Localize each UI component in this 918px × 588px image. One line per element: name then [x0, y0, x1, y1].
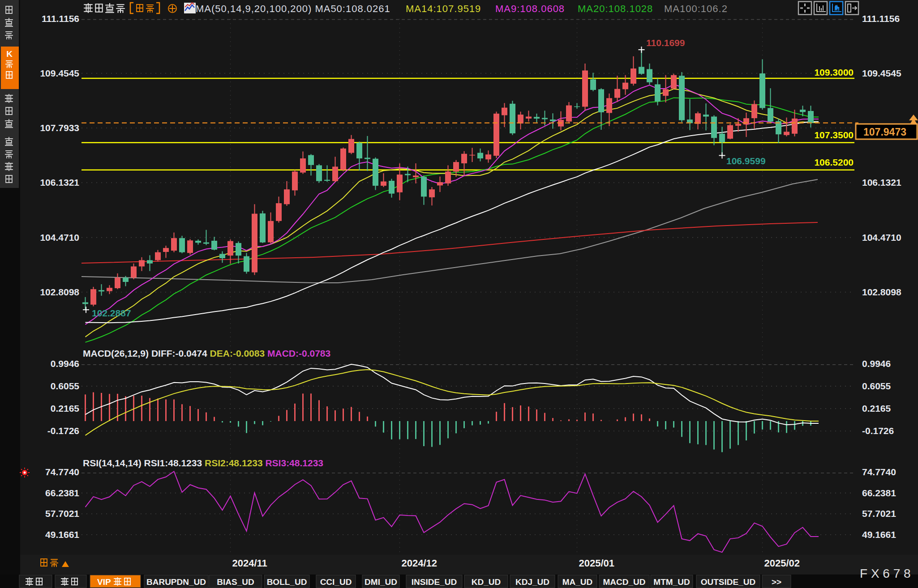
- svg-text:BIAS_UD: BIAS_UD: [217, 577, 254, 587]
- svg-text:2025/01: 2025/01: [579, 558, 615, 569]
- svg-text:106.1321: 106.1321: [40, 177, 79, 187]
- svg-text:66.2381: 66.2381: [45, 488, 79, 498]
- svg-text:F X 6 7 8: F X 6 7 8: [860, 567, 911, 580]
- svg-text:>>: >>: [772, 577, 781, 587]
- svg-text:RSI(14,14,14) RSI1:48.1233 RS: RSI(14,14,14) RSI1:48.1233 RSI2:48.1233 …: [83, 458, 323, 468]
- svg-text:MACD_UD: MACD_UD: [603, 577, 646, 587]
- svg-text:BARUPDN_UD: BARUPDN_UD: [146, 577, 206, 587]
- svg-text:VIP: VIP: [97, 577, 111, 587]
- svg-text:MTM_UD: MTM_UD: [653, 577, 690, 587]
- svg-text:106.9599: 106.9599: [726, 156, 766, 166]
- svg-text:102.8098: 102.8098: [862, 287, 901, 297]
- svg-text:-0.1726: -0.1726: [47, 426, 79, 436]
- svg-text:109.3000: 109.3000: [814, 67, 854, 77]
- svg-text:-0.1726: -0.1726: [862, 426, 894, 436]
- svg-text:MACD(26,12,9) DIFF:-0.0474 DE: MACD(26,12,9) DIFF:-0.0474 DEA:-0.0083 M…: [83, 348, 330, 358]
- svg-text:INSIDE_UD: INSIDE_UD: [412, 577, 457, 587]
- svg-text:74.7740: 74.7740: [45, 467, 79, 477]
- svg-text:111.1156: 111.1156: [42, 13, 79, 24]
- svg-text:MA_UD: MA_UD: [562, 577, 593, 587]
- svg-text:106.5200: 106.5200: [814, 157, 854, 167]
- svg-text:109.4545: 109.4545: [862, 68, 901, 78]
- svg-text:107.7933: 107.7933: [40, 123, 79, 133]
- svg-text:0.2165: 0.2165: [862, 403, 891, 413]
- svg-text:109.4545: 109.4545: [40, 68, 79, 78]
- svg-text:57.7021: 57.7021: [862, 508, 896, 519]
- svg-text:102.8098: 102.8098: [40, 287, 79, 297]
- svg-text:2025/02: 2025/02: [764, 558, 800, 569]
- svg-text:57.7021: 57.7021: [45, 508, 79, 519]
- svg-text:0.6055: 0.6055: [862, 381, 891, 391]
- svg-text:KDJ_UD: KDJ_UD: [515, 577, 549, 587]
- svg-text:KD_UD: KD_UD: [472, 577, 501, 587]
- svg-text:MA100:106.2: MA100:106.2: [664, 3, 728, 14]
- svg-text:49.1661: 49.1661: [862, 529, 896, 540]
- svg-text:MA14:107.9519: MA14:107.9519: [406, 3, 481, 14]
- svg-text:104.4710: 104.4710: [40, 232, 79, 243]
- svg-text:111.1156: 111.1156: [862, 13, 900, 24]
- svg-text:102.2887: 102.2887: [92, 308, 131, 318]
- svg-text:BOLL_UD: BOLL_UD: [267, 577, 307, 587]
- svg-text:2024/12: 2024/12: [402, 558, 438, 569]
- svg-text:104.4710: 104.4710: [862, 232, 901, 243]
- svg-text:107.9473: 107.9473: [863, 126, 906, 138]
- svg-text:66.2381: 66.2381: [862, 488, 896, 498]
- svg-text:DMI_UD: DMI_UD: [365, 577, 397, 587]
- svg-text:CCI_UD: CCI_UD: [320, 577, 352, 587]
- svg-text:49.1661: 49.1661: [45, 529, 79, 540]
- svg-text:74.7740: 74.7740: [862, 467, 896, 477]
- svg-text:2024/11: 2024/11: [232, 558, 267, 569]
- svg-text:MA20:108.1028: MA20:108.1028: [578, 3, 653, 14]
- svg-text:0.9946: 0.9946: [51, 358, 79, 369]
- svg-text:MA(50,14,9,20,100,200) MA50:10: MA(50,14,9,20,100,200) MA50:108.0261: [196, 3, 390, 14]
- svg-text:K: K: [6, 49, 13, 59]
- svg-text:0.2165: 0.2165: [51, 403, 80, 413]
- svg-text:107.3500: 107.3500: [814, 130, 854, 140]
- svg-text:0.6055: 0.6055: [51, 381, 80, 391]
- svg-text:110.1699: 110.1699: [646, 38, 685, 48]
- svg-text:OUTSIDE_UD: OUTSIDE_UD: [701, 577, 755, 587]
- svg-text:0.9946: 0.9946: [862, 358, 891, 369]
- svg-text:106.1321: 106.1321: [862, 177, 901, 187]
- svg-text:MA9:108.0608: MA9:108.0608: [495, 3, 565, 14]
